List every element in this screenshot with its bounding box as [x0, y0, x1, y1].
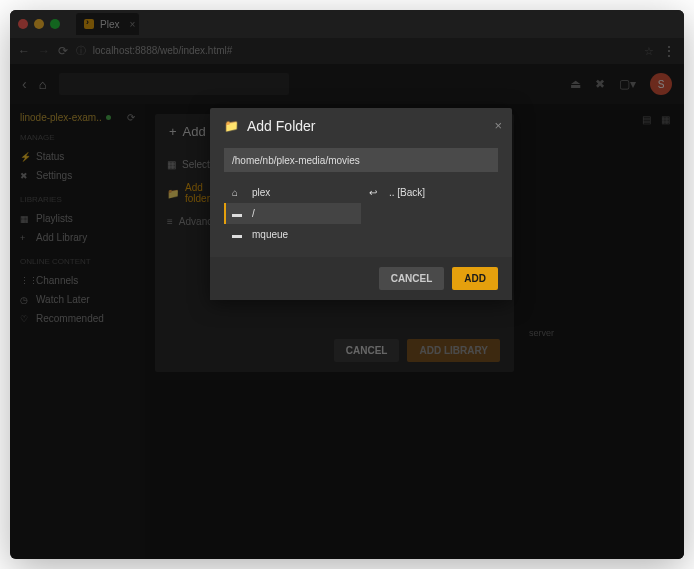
folder-item-mqueue[interactable]: ▬mqueue — [224, 224, 361, 245]
drive-icon: ▬ — [232, 229, 244, 240]
browser-window: Plex × ← → ⟳ ⓘ localhost:8888/web/index.… — [10, 10, 684, 559]
add-button[interactable]: ADD — [452, 267, 498, 290]
add-folder-modal: 📁 Add Folder × ⌂plex ▬/ ▬mqueue ↩.. [Bac… — [210, 108, 512, 300]
folder-item-root[interactable]: ▬/ — [224, 203, 361, 224]
folder-item-back[interactable]: ↩.. [Back] — [361, 182, 498, 203]
close-icon[interactable]: × — [494, 118, 502, 133]
add-folder-title: Add Folder — [247, 118, 315, 134]
folder-path-input[interactable] — [224, 148, 498, 172]
folder-icon: 📁 — [224, 119, 239, 133]
drive-icon: ▬ — [232, 208, 244, 219]
folder-item-plex[interactable]: ⌂plex — [224, 182, 361, 203]
home-icon: ⌂ — [232, 187, 244, 198]
back-icon: ↩ — [369, 187, 381, 198]
cancel-button[interactable]: CANCEL — [379, 267, 445, 290]
